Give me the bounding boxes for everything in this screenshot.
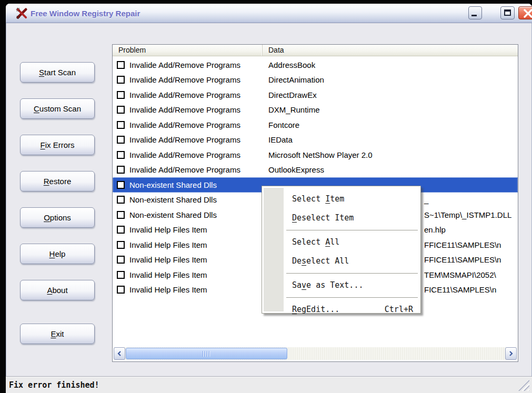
row-checkbox[interactable] [117, 181, 125, 189]
problem-cell: Invalid Help Files Item [129, 270, 207, 279]
row-checkbox[interactable] [117, 76, 125, 84]
button-help[interactable]: Help [20, 244, 95, 264]
data-cell: _ [424, 195, 428, 204]
list-row[interactable]: Invalide Add/Remove ProgramsMicrosoft Ne… [113, 147, 518, 163]
list-row[interactable]: Invalide Add/Remove ProgramsDXM_Runtime [113, 103, 518, 118]
menu-item-select-item[interactable]: Select Item [262, 189, 420, 208]
menu-item-label: Select Item [292, 194, 344, 204]
left-arrow-icon [117, 351, 122, 356]
list-row[interactable]: Invalide Add/Remove ProgramsDirectDrawEx [113, 87, 518, 103]
app-icon [16, 7, 28, 19]
column-header-data[interactable]: Data [263, 45, 518, 56]
scroll-left-button[interactable] [114, 347, 125, 360]
menu-item-select-all[interactable]: Select All [262, 233, 420, 251]
problem-cell: Invalide Add/Remove Programs [129, 120, 240, 129]
minimize-button[interactable] [468, 6, 482, 19]
close-button[interactable] [518, 6, 532, 19]
data-cell: Fontcore [268, 120, 299, 129]
button-custom-scan[interactable]: Custom Scan [20, 98, 95, 119]
menu-separator [262, 295, 420, 300]
row-checkbox[interactable] [117, 196, 125, 204]
data-cell: IEData [268, 135, 293, 144]
row-checkbox[interactable] [117, 256, 125, 264]
menu-item-label: RegEdit... [292, 305, 339, 314]
app-window: Free Window Registry Repair Start ScanCu… [6, 4, 532, 393]
scrollbar-thumb[interactable] [126, 348, 287, 359]
problem-cell: Invalid Help Files Item [129, 255, 207, 264]
button-start-scan[interactable]: Start Scan [20, 62, 95, 83]
resize-grip-icon[interactable] [518, 379, 529, 391]
menu-item-shortcut: Ctrl+R [385, 305, 413, 314]
menu-separator [262, 270, 420, 276]
problem-cell: Invalide Add/Remove Programs [129, 150, 240, 159]
menu-item-save-as-text[interactable]: Save as Text... [262, 276, 420, 295]
list-row[interactable]: Invalide Add/Remove ProgramsAddressBook [113, 57, 518, 73]
scrollbar-track[interactable] [125, 347, 505, 360]
row-checkbox[interactable] [117, 121, 125, 129]
list-row[interactable]: Invalide Add/Remove ProgramsDirectAnimat… [113, 73, 518, 88]
row-checkbox[interactable] [117, 166, 125, 174]
titlebar[interactable]: Free Window Registry Repair [6, 4, 532, 23]
list-row[interactable]: Invalide Add/Remove ProgramsOutlookExpre… [113, 163, 518, 178]
menu-item-label: Deselect All [292, 256, 349, 266]
list-header: Problem Data [113, 45, 518, 56]
problem-cell: Non-existent Shared Dlls [129, 210, 217, 219]
context-menu: Select ItemDeselect ItemSelect AllDesele… [262, 186, 421, 314]
sidebar: Start ScanCustom ScanFix ErrorsRestoreOp… [20, 62, 95, 344]
data-cell: en.hlp [424, 225, 446, 234]
problem-cell: Invalide Add/Remove Programs [129, 165, 240, 174]
screenshot-background: Free Window Registry Repair Start ScanCu… [0, 0, 532, 393]
data-cell: DirectDrawEx [268, 90, 317, 99]
problem-cell: Invalide Add/Remove Programs [129, 135, 240, 144]
button-fix-errors[interactable]: Fix Errors [20, 135, 95, 155]
button-options[interactable]: Options [20, 207, 95, 228]
data-cell: DirectAnimation [268, 75, 324, 84]
menu-item-label: Select All [292, 237, 339, 247]
button-restore[interactable]: Restore [20, 171, 95, 192]
data-cell: Microsoft NetShow Player 2.0 [268, 150, 373, 159]
row-checkbox[interactable] [117, 151, 125, 159]
data-cell: FICE11\SAMPLES\n [424, 285, 496, 294]
button-about[interactable]: About [20, 280, 95, 300]
row-checkbox[interactable] [117, 106, 125, 114]
problem-cell: Invalid Help Files Item [129, 285, 207, 294]
data-cell: DXM_Runtime [268, 105, 320, 114]
right-arrow-icon [509, 351, 513, 356]
problem-cell: Non-existent Shared Dlls [129, 180, 217, 189]
problem-cell: Invalid Help Files Item [129, 225, 207, 234]
maximize-icon [504, 9, 511, 16]
problem-cell: Invalide Add/Remove Programs [129, 105, 240, 114]
row-checkbox[interactable] [117, 136, 125, 144]
menu-item-deselect-all[interactable]: Deselect All [262, 251, 420, 270]
data-cell: AddressBook [268, 61, 315, 69]
row-checkbox[interactable] [117, 226, 125, 234]
data-cell: OutlookExpress [268, 165, 324, 174]
row-checkbox[interactable] [117, 211, 125, 219]
scroll-right-button[interactable] [505, 347, 517, 360]
menu-item-label: Save as Text... [292, 280, 363, 290]
row-checkbox[interactable] [117, 241, 125, 249]
status-bar: Fix error finished! [6, 376, 532, 393]
window-title: Free Window Registry Repair [31, 9, 140, 18]
menu-item-regedit[interactable]: RegEdit...Ctrl+R [262, 300, 420, 319]
problem-cell: Invalide Add/Remove Programs [129, 90, 240, 99]
data-cell: TEM\MSMAPI\2052\ [424, 270, 496, 279]
row-checkbox[interactable] [117, 91, 125, 99]
problem-cell: Invalide Add/Remove Programs [129, 75, 240, 84]
button-exit[interactable]: Exit [20, 324, 95, 344]
menu-item-label: Deselect Item [292, 213, 354, 223]
problem-cell: Invalid Help Files Item [129, 240, 207, 249]
menu-separator [262, 227, 420, 233]
horizontal-scrollbar[interactable] [114, 347, 517, 360]
close-icon [519, 7, 532, 20]
problem-cell: Invalide Add/Remove Programs [129, 61, 240, 69]
column-header-problem[interactable]: Problem [113, 45, 263, 56]
list-row[interactable]: Invalide Add/Remove ProgramsIEData [113, 133, 518, 148]
maximize-button[interactable] [500, 6, 515, 19]
row-checkbox[interactable] [117, 271, 125, 279]
menu-item-deselect-item[interactable]: Deselect Item [262, 208, 420, 227]
row-checkbox[interactable] [117, 61, 125, 69]
row-checkbox[interactable] [117, 286, 125, 294]
data-cell: S~1\Temp\_ISTMP1.DLL [424, 210, 511, 219]
list-row[interactable]: Invalide Add/Remove ProgramsFontcore [113, 117, 518, 133]
